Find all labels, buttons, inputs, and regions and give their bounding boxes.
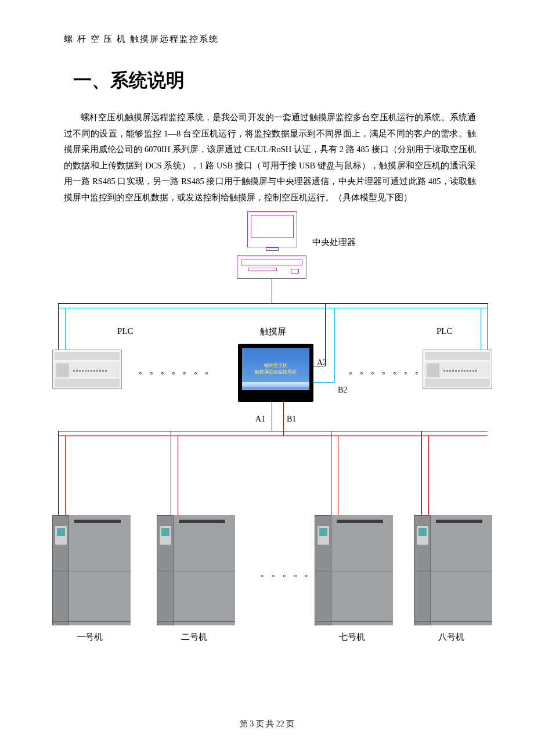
touchscreen-line2: 触摸屏远程监控系统 — [255, 369, 297, 375]
ellipsis-plc-right: 。。。。。。。 — [348, 363, 425, 377]
wire-u3-red — [338, 435, 338, 515]
bus-bottom-black — [58, 431, 488, 431]
wire-a1 — [272, 402, 272, 431]
plc-left-label: PLC — [117, 326, 134, 336]
compressor-unit-2-icon — [157, 515, 235, 625]
wire-touch-cyan-h — [313, 382, 335, 383]
plc-right-icon — [423, 350, 492, 389]
wire-u3-blk — [331, 431, 331, 515]
touchscreen-icon: 螺杆空压机 触摸屏远程监控系统 — [238, 344, 313, 402]
system-diagram: 中央处理器 PLC PLC 触摸屏 。。。。。。。 。。 — [52, 210, 493, 634]
bus-top-black — [58, 303, 488, 304]
touchscreen-label: 触摸屏 — [260, 326, 286, 337]
wire-cpu-drop — [272, 279, 272, 303]
touchscreen-line1: 螺杆空压机 — [264, 363, 287, 369]
unit-7-label: 七号机 — [339, 632, 365, 643]
wire-u2-blk — [171, 431, 171, 515]
compressor-unit-7-icon — [315, 515, 393, 625]
wire-u4-red — [428, 435, 429, 515]
unit-8-label: 八号机 — [438, 632, 464, 643]
body-paragraph: 螺杆空压机触摸屏远程监控系统，是我公司开发的一套通过触摸屏监控多台空压机运行的系… — [64, 110, 476, 206]
wire-u1-blk — [58, 431, 59, 515]
section-heading: 一、系统说明 — [73, 68, 476, 93]
port-a1-label: A1 — [255, 415, 265, 424]
wire-touch-cyan — [334, 308, 335, 382]
plc-right-label: PLC — [436, 326, 453, 336]
compressor-unit-8-icon — [414, 515, 492, 625]
unit-2-label: 二号机 — [181, 632, 207, 643]
cpu-label: 中央处理器 — [312, 237, 356, 248]
central-processor-icon — [237, 210, 306, 280]
compressor-unit-1-icon — [52, 515, 131, 625]
ellipsis-plc-left: 。。。。。。。 — [138, 363, 215, 377]
page-footer: 第 3 页 共 22 页 — [0, 719, 534, 729]
bus-bottom-red — [58, 435, 488, 436]
bus-top-cyan — [58, 308, 488, 308]
port-b1-label: B1 — [287, 415, 296, 424]
port-b2-label: B2 — [338, 386, 347, 395]
page-header: 螺 杆 空 压 机 触摸屏远程监控系统 — [64, 34, 476, 45]
wire-u4-blk — [421, 431, 422, 515]
wire-u2-red — [178, 435, 178, 515]
plc-left-icon — [52, 350, 122, 389]
wire-u1-red — [65, 435, 66, 515]
port-a2-label: A2 — [317, 358, 327, 368]
wire-touch-blk — [325, 303, 326, 366]
unit-1-label: 一号机 — [77, 632, 103, 643]
